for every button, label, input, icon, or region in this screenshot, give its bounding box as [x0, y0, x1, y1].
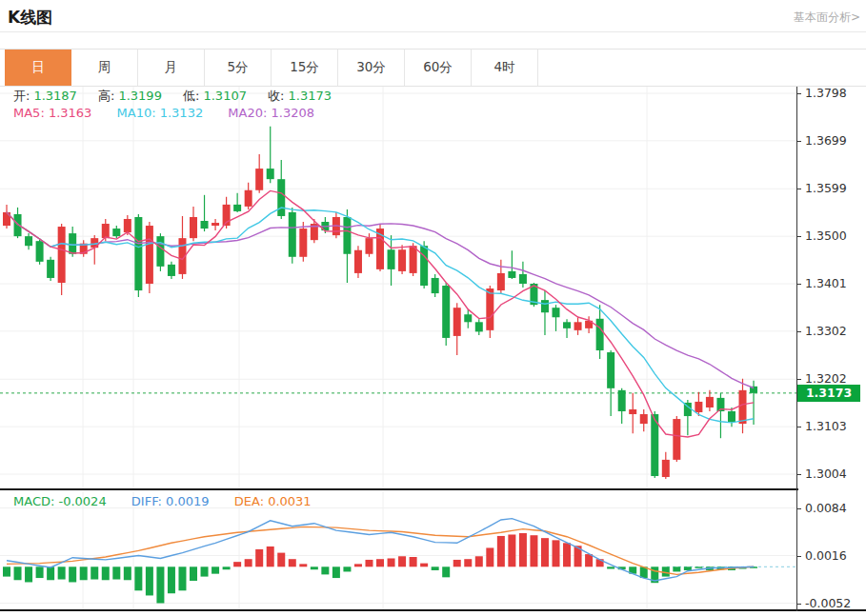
- macd-value: MACD: -0.0024: [13, 494, 107, 508]
- y-axis-tick: [796, 93, 801, 94]
- y-axis-label: 1.3004: [805, 467, 847, 481]
- close-label: 收:: [268, 89, 284, 103]
- y-axis-label: 1.3103: [805, 419, 847, 433]
- tab-week[interactable]: 周: [71, 50, 138, 86]
- y-axis-label: 0.0084: [805, 501, 847, 515]
- y-axis-tick: [796, 556, 801, 557]
- high-value: 1.3199: [118, 89, 162, 103]
- y-axis-label: 1.3798: [805, 86, 847, 100]
- diff-value: DIFF: 0.0019: [131, 494, 210, 508]
- y-axis-label: -0.0052: [805, 596, 851, 610]
- tab-30min[interactable]: 30分: [338, 50, 405, 86]
- chart-bottom-border: [0, 609, 866, 611]
- ma5-value: MA5: 1.3163: [13, 106, 91, 120]
- y-axis-label: 0.0016: [805, 548, 847, 563]
- panel-divider: [0, 488, 798, 490]
- header-divider: [0, 31, 866, 32]
- period-tabs: 日 周 月 5分 15分 30分 60分 4时: [5, 50, 538, 86]
- y-axis-tick: [796, 236, 801, 237]
- y-axis-tick: [796, 508, 801, 509]
- low-label: 低:: [183, 89, 199, 103]
- y-axis-tick: [796, 474, 801, 475]
- ma-readout: MA5: 1.3163 MA10: 1.3132 MA20: 1.3208: [13, 106, 318, 120]
- period-tabbar: 日 周 月 5分 15分 30分 60分 4时: [0, 49, 866, 87]
- high-label: 高:: [98, 89, 114, 103]
- page-title: K线图: [8, 7, 52, 29]
- y-axis-tick: [796, 604, 801, 605]
- y-axis-tick: [796, 189, 801, 189]
- tab-month[interactable]: 月: [138, 50, 205, 86]
- chart-area: 1.37981.36991.35991.35001.34011.33021.32…: [0, 87, 866, 616]
- current-price-badge: 1.3173: [797, 385, 860, 402]
- y-axis-tick: [796, 284, 801, 285]
- y-axis-tick: [796, 427, 801, 427]
- y-axis-label: 1.3699: [805, 133, 847, 148]
- kline-widget: K线图 基本面分析> 日 周 月 5分 15分 30分 60分 4时 1.379…: [0, 0, 866, 616]
- ma10-value: MA10: 1.3132: [117, 106, 204, 120]
- ohlc-readout: 开:1.3187 高:1.3199 低:1.3107 收:1.3173: [13, 88, 335, 105]
- y-axis-tick: [796, 331, 801, 332]
- y-axis-label: 1.3500: [805, 229, 847, 243]
- fundamental-analysis-link[interactable]: 基本面分析>: [794, 10, 860, 26]
- y-axis-tick: [796, 141, 801, 142]
- y-axis-line: [796, 87, 797, 611]
- y-axis-label: 1.3401: [805, 276, 847, 290]
- open-value: 1.3187: [33, 89, 77, 103]
- macd-readout: MACD: -0.0024 DIFF: 0.0019 DEA: 0.0031: [13, 494, 315, 508]
- y-axis-tick: [796, 379, 801, 380]
- macd-chart[interactable]: [0, 491, 796, 609]
- y-axis-label: 1.3599: [805, 181, 847, 195]
- tab-15min[interactable]: 15分: [272, 50, 338, 86]
- tab-60min[interactable]: 60分: [405, 50, 472, 86]
- dea-value: DEA: 0.0031: [234, 494, 312, 508]
- open-label: 开:: [13, 89, 30, 103]
- y-axis-label: 1.3302: [805, 324, 847, 338]
- close-value: 1.3173: [288, 89, 332, 103]
- tab-day[interactable]: 日: [5, 50, 71, 86]
- tab-5min[interactable]: 5分: [205, 50, 272, 86]
- ma20-value: MA20: 1.3208: [228, 106, 314, 120]
- candlestick-chart[interactable]: [0, 87, 796, 488]
- tab-4hour[interactable]: 4时: [472, 50, 538, 86]
- low-value: 1.3107: [203, 89, 247, 103]
